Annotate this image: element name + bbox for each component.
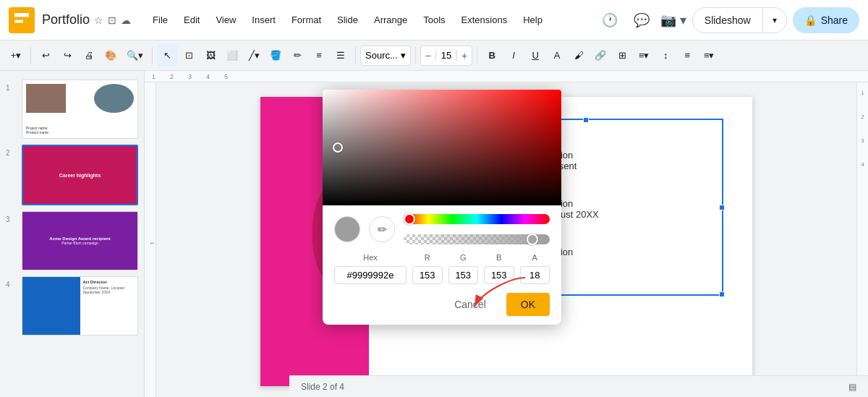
slide-thumb-4[interactable]: 4 Art Director Company Name, LocationSep…: [0, 273, 144, 338]
slide-number-4: 4: [6, 276, 17, 289]
line-button[interactable]: ╱▾: [244, 44, 264, 67]
r-label: R: [412, 253, 443, 262]
picker-buttons: Cancel OK: [334, 293, 550, 316]
redo-button[interactable]: ↪: [57, 44, 77, 67]
font-selector[interactable]: Sourc... ▾: [360, 46, 411, 66]
g-input[interactable]: [448, 266, 479, 284]
hex-label: Hex: [334, 253, 407, 262]
menu-help[interactable]: Help: [516, 10, 550, 30]
menu-format[interactable]: Format: [284, 10, 328, 30]
image-button[interactable]: 🖼: [200, 44, 221, 67]
top-right: 🕐 💬 📷 ▾ Slideshow ▾ 🔒 Share: [597, 7, 859, 33]
picker-labels: Hex R G B A: [334, 253, 550, 262]
gradient-dark: [323, 90, 561, 205]
hex-input[interactable]: [334, 266, 407, 284]
app-title-area: Portfolio ☆ ⊡ ☁: [42, 12, 131, 27]
b-label: B: [484, 253, 514, 262]
color-gradient[interactable]: [323, 90, 561, 205]
undo-button[interactable]: ↩: [35, 44, 56, 67]
separator4: [415, 47, 416, 64]
font-size-value[interactable]: 15: [435, 50, 457, 61]
picker-row1: ✏: [334, 214, 550, 244]
menu-edit[interactable]: Edit: [176, 10, 207, 30]
slide1-text: Project nameProduct name: [26, 126, 48, 135]
toolbar: +▾ ↩ ↪ 🖨 🎨 🔍▾ ↖ ⊡ 🖼 ⬜ ╱▾ 🪣 ✏ ≡ ☰ Sourc..…: [0, 40, 868, 71]
indent-button[interactable]: ≡▾: [699, 44, 719, 67]
comment-button[interactable]: 💬: [629, 7, 655, 33]
underline-button[interactable]: U: [525, 44, 545, 67]
slide-content-3: Acme Design Award recipientParker Blum c…: [22, 212, 137, 270]
list-button[interactable]: ≡: [677, 44, 697, 67]
slide-thumb-2[interactable]: 2 Career highlights: [0, 142, 144, 208]
ok-button[interactable]: OK: [506, 293, 550, 316]
a-input[interactable]: [520, 266, 550, 284]
menu-arrange[interactable]: Arrange: [367, 10, 414, 30]
slide2-title: Career highlights: [56, 170, 104, 181]
select-button[interactable]: ⊡: [179, 44, 199, 67]
add-button[interactable]: +▾: [6, 44, 26, 67]
font-color-button[interactable]: A: [547, 44, 567, 67]
slide4-left: [22, 277, 80, 335]
menu-view[interactable]: View: [208, 10, 243, 30]
video-button[interactable]: 📷 ▾: [660, 7, 686, 33]
shapes-button[interactable]: ⬜: [222, 44, 242, 67]
link-button[interactable]: 🔗: [590, 44, 610, 67]
b-input[interactable]: [484, 266, 514, 284]
italic-button[interactable]: I: [503, 44, 524, 67]
separator3: [355, 47, 356, 64]
share-label: Share: [821, 14, 848, 26]
align-center-button[interactable]: ☰: [331, 44, 351, 67]
menu-bar: File Edit View Insert Format Slide Arran…: [145, 10, 550, 30]
resize-handle-right[interactable]: [719, 205, 725, 210]
print-button[interactable]: 🖨: [79, 44, 99, 67]
resize-handle-br[interactable]: [719, 291, 725, 297]
lock-icon: 🔒: [804, 14, 817, 26]
slide-thumb-1[interactable]: 1 Project nameProduct name: [0, 77, 144, 142]
font-size-increase[interactable]: +: [457, 46, 472, 65]
alpha-slider[interactable]: [404, 234, 550, 244]
paint-format-button[interactable]: 🎨: [101, 44, 121, 67]
r-input[interactable]: [412, 266, 443, 284]
cancel-button[interactable]: Cancel: [440, 293, 501, 316]
folder-icon[interactable]: ⊡: [108, 14, 116, 26]
star-icon[interactable]: ☆: [94, 14, 103, 26]
highlight-button[interactable]: 🖌: [569, 44, 589, 67]
cloud-icon[interactable]: ☁: [121, 14, 131, 26]
history-button[interactable]: 🕐: [597, 7, 623, 33]
eyedropper-button[interactable]: ✏: [369, 216, 395, 242]
menu-tools[interactable]: Tools: [416, 10, 452, 30]
slide-number-1: 1: [6, 80, 17, 92]
text-align-button[interactable]: ≡▾: [634, 44, 654, 67]
line-spacing-button[interactable]: ↕: [655, 44, 676, 67]
stroke-button[interactable]: ✏: [287, 44, 307, 67]
alpha-thumb[interactable]: [527, 234, 538, 245]
hue-thumb[interactable]: [404, 213, 415, 225]
menu-insert[interactable]: Insert: [244, 10, 283, 30]
slideshow-main-button[interactable]: Slideshow: [693, 8, 763, 33]
slide-thumb-3[interactable]: 3 Acme Design Award recipientParker Blum…: [0, 208, 144, 273]
editor-area: 1 2 3 4 5 1 2 3 4 C: [145, 71, 868, 397]
share-button[interactable]: 🔒 Share: [793, 7, 859, 33]
slide-content-1: Project nameProduct name: [22, 80, 137, 138]
zoom-button[interactable]: 🔍▾: [122, 44, 148, 67]
resize-handle-top[interactable]: [583, 117, 589, 123]
slide-image-1: Project nameProduct name: [22, 80, 138, 139]
slide3-title: Acme Design Award recipientParker Blum c…: [46, 234, 113, 248]
slide4-right: Art Director Company Name, LocationSepte…: [80, 277, 138, 335]
font-size-decrease[interactable]: −: [421, 46, 435, 65]
align-left-button[interactable]: ≡: [309, 44, 329, 67]
menu-slide[interactable]: Slide: [330, 10, 365, 30]
menu-file[interactable]: File: [145, 10, 175, 30]
bold-button[interactable]: B: [482, 44, 502, 67]
insert-link-button[interactable]: ⊞: [612, 44, 632, 67]
slide-image-2: Career highlights: [22, 145, 138, 205]
picker-inputs: [334, 266, 550, 284]
slide-count: Slide 2 of 4: [301, 382, 344, 392]
fill-button[interactable]: 🪣: [265, 44, 286, 67]
color-picker-handle[interactable]: [333, 142, 343, 153]
cursor-button[interactable]: ↖: [157, 44, 177, 67]
color-picker-dialog: ✏: [323, 90, 561, 325]
menu-extensions[interactable]: Extensions: [454, 10, 515, 30]
slideshow-dropdown-arrow[interactable]: ▾: [763, 8, 786, 33]
slide-panel: 1 Project nameProduct name 2 Career high…: [0, 71, 145, 397]
